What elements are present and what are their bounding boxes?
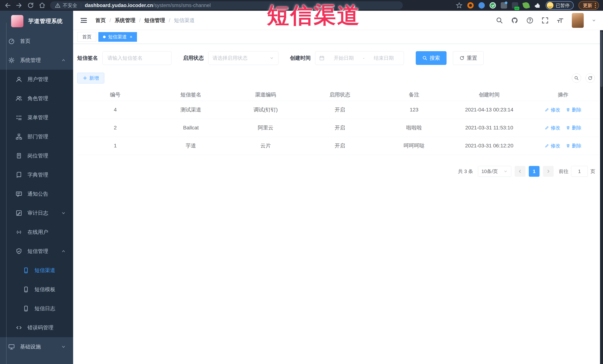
sidebar-item-短信日志[interactable]: 短信日志 [0,299,73,318]
sidebar-item-基础设施[interactable]: 基础设施 [0,337,73,356]
docs-help-icon[interactable] [526,17,533,24]
refresh-table-button[interactable] [586,73,595,83]
page-size-select[interactable]: 10条/页 [478,166,511,177]
delete-link[interactable]: 删除 [566,143,581,149]
user-icon [16,76,22,83]
reset-button[interactable]: 重置 [453,51,484,65]
sidebar-item-岗位管理[interactable]: 岗位管理 [0,146,73,165]
browser-toolbar: 不安全 dashboard.yudao.iocoder.cn/system/sm… [0,0,603,11]
sidebar-item-通知公告[interactable]: 通知公告 [0,184,73,203]
column-header: 短信签名 [153,91,229,98]
chrome-update-button[interactable]: 更新 [579,1,599,10]
sidebar-collapse-icon[interactable] [80,17,88,24]
fullscreen-icon[interactable] [541,17,549,24]
extension-icon-leaf[interactable] [522,1,530,9]
sidebar-item-部门管理[interactable]: 部门管理 [0,127,73,146]
column-header: 操作 [527,91,599,98]
sidebar-item-系统管理[interactable]: 系统管理 [0,51,73,70]
cell-created: 2021-03-31 11:53:10 [451,125,527,131]
prev-page-button[interactable] [515,166,525,177]
pagination: 共 3 条 10条/页 1 前往 页 [77,166,599,177]
post-icon [16,153,22,159]
page-content: 短信签名 请输入短信签名 启用状态 请选择启用状态 创建时间 开始日期 - 结束… [73,51,603,177]
tab-首页[interactable]: 首页 [78,32,96,42]
breadcrumb-item[interactable]: 首页 [95,17,106,24]
logo-image [11,15,23,27]
tab-短信渠道[interactable]: 短信渠道× [98,32,137,42]
extensions-puzzle-icon[interactable] [534,2,541,9]
sidebar-item-label: 角色管理 [27,95,48,102]
delete-link[interactable]: 删除 [566,125,581,131]
goto-page-input[interactable] [571,166,588,177]
date-range-picker[interactable]: 开始日期 - 结束日期 [315,51,404,65]
browser-forward-icon[interactable] [16,2,23,9]
extension-icon-green-check[interactable] [490,2,496,9]
next-page-button[interactable] [543,166,554,177]
shield-icon [16,248,22,254]
column-header: 创建时间 [451,91,527,98]
sidebar-item-label: 在线用户 [27,229,48,236]
sidebar-item-短信渠道[interactable]: 短信渠道 [0,261,73,280]
notice-icon [16,191,22,197]
address-bar[interactable]: 不安全 dashboard.yudao.iocoder.cn/system/sm… [50,1,403,10]
extension-icon-pin[interactable] [478,2,485,9]
extension-icon-orange[interactable] [467,2,474,9]
status-select[interactable]: 请选择启用状态 [208,51,278,65]
sidebar-item-在线用户[interactable]: 在线用户 [0,222,73,242]
sidebar-item-错误码管理[interactable]: 错误码管理 [0,318,73,337]
bookmark-star-icon[interactable] [456,2,463,9]
breadcrumb-item[interactable]: 系统管理 [115,17,136,24]
sidebar-item-短信模板[interactable]: 短信模板 [0,280,73,299]
chevron-right-icon [546,169,550,174]
font-size-icon[interactable] [557,17,564,24]
table-header-row: 编号短信签名渠道编码启用状态备注创建时间操作 [77,89,599,101]
search-button[interactable]: 搜索 [416,51,447,65]
app-logo[interactable]: 芋道管理系统 [0,11,73,32]
scrollbar-thumb[interactable] [600,31,603,87]
status-placeholder: 请选择启用状态 [212,55,248,61]
cell-id: 1 [77,143,153,149]
current-page-button[interactable]: 1 [529,166,540,177]
extension-icon-slider[interactable] [501,2,507,9]
page-scrollbar[interactable] [600,30,603,364]
breadcrumb: 首页/系统管理/短信管理/短信渠道 [95,17,195,24]
github-icon[interactable] [511,17,518,24]
security-label: 不安全 [63,2,77,9]
toggle-search-button[interactable] [572,73,581,83]
browser-home-icon[interactable] [39,2,46,9]
sidebar-item-字典管理[interactable]: 字典管理 [0,165,73,184]
sidebar-item-菜单管理[interactable]: 菜单管理 [0,108,73,127]
phone-icon [23,286,29,293]
sign-input[interactable]: 请输入短信签名 [103,51,172,65]
search-form: 短信签名 请输入短信签名 启用状态 请选择启用状态 创建时间 开始日期 - 结束… [77,51,599,65]
browser-reload-icon[interactable] [27,2,34,9]
edit-link[interactable]: 修改 [545,143,560,149]
extension-icon-switch[interactable] [512,2,518,9]
profile-chip[interactable]: 已暂停 [546,1,574,10]
user-avatar[interactable] [572,13,584,28]
sidebar-item-角色管理[interactable]: 角色管理 [0,89,73,108]
delete-link[interactable]: 删除 [566,107,581,113]
gear-icon [8,57,15,64]
browser-back-icon[interactable] [4,2,11,9]
sidebar-item-label: 错误码管理 [27,324,53,331]
edit-link[interactable]: 修改 [545,107,560,113]
breadcrumb-item[interactable]: 短信管理 [144,17,165,24]
sidebar-item-label: 审计日志 [27,210,48,217]
sidebar-item-审计日志[interactable]: 审计日志 [0,203,73,222]
sidebar-item-短信管理[interactable]: 短信管理 [0,242,73,261]
cell-created: 2021-04-13 00:23:14 [451,107,527,113]
header-search-icon[interactable] [496,17,503,24]
data-table: 编号短信签名渠道编码启用状态备注创建时间操作4测试渠道调试(钉钉)开启12320… [77,89,599,155]
sidebar-scrollbar[interactable] [6,23,7,364]
avatar-caret-down-icon[interactable] [591,18,596,23]
sidebar-menu: 首页系统管理用户管理角色管理菜单管理部门管理岗位管理字典管理通知公告审计日志在线… [0,32,73,356]
sidebar-item-首页[interactable]: 首页 [0,32,73,51]
add-button[interactable]: 新增 [77,73,104,83]
sidebar-item-用户管理[interactable]: 用户管理 [0,70,73,89]
tab-close-icon[interactable]: × [130,34,132,40]
edit-link[interactable]: 修改 [545,125,560,131]
url-path: /system/sms/sms-channel [153,3,211,8]
sidebar-item-label: 首页 [20,38,30,45]
breadcrumb-separator: / [139,17,141,23]
